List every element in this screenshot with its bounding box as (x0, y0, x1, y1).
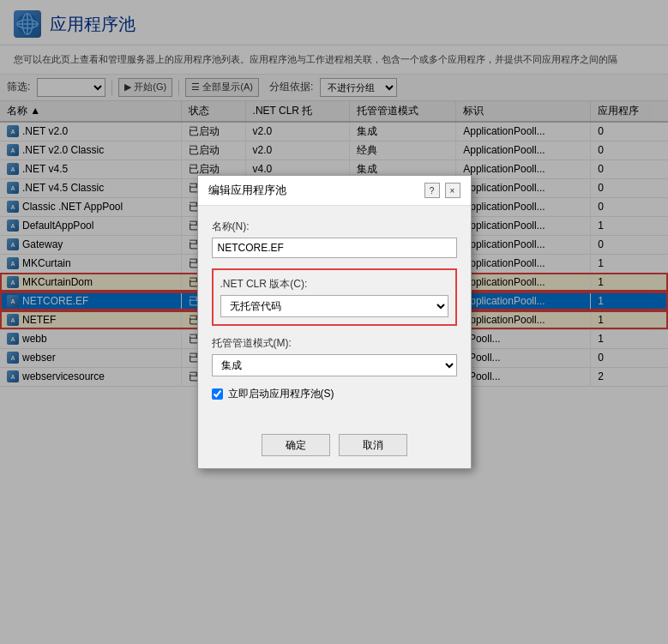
clr-group-highlighted: .NET CLR 版本(C): 无托管代码 v2.0 v4.0 (212, 268, 457, 326)
name-field-group: 名称(N): (212, 220, 457, 258)
name-input[interactable] (212, 238, 457, 258)
pipeline-field-group: 托管管道模式(M): 集成 经典 (212, 336, 457, 376)
dialog-close-button[interactable]: × (445, 183, 460, 198)
ok-button[interactable]: 确定 (262, 434, 330, 456)
pipeline-label: 托管管道模式(M): (212, 336, 457, 351)
pipeline-select[interactable]: 集成 经典 (212, 354, 457, 376)
name-label: 名称(N): (212, 220, 457, 234)
dialog-controls: ? × (424, 183, 460, 198)
dialog-footer: 确定 取消 (198, 427, 471, 468)
dialog-title: 编辑应用程序池 (208, 183, 286, 198)
modal-overlay: 编辑应用程序池 ? × 名称(N): .NET CLR 版本(C): 无托管代码… (0, 0, 668, 644)
edit-dialog: 编辑应用程序池 ? × 名称(N): .NET CLR 版本(C): 无托管代码… (197, 175, 472, 469)
dialog-titlebar: 编辑应用程序池 ? × (198, 176, 471, 206)
dialog-help-button[interactable]: ? (424, 183, 440, 198)
autostart-label: 立即启动应用程序池(S) (228, 387, 334, 401)
clr-label: .NET CLR 版本(C): (220, 277, 448, 292)
autostart-row: 立即启动应用程序池(S) (212, 387, 457, 401)
clr-select[interactable]: 无托管代码 v2.0 v4.0 (220, 295, 448, 317)
cancel-button[interactable]: 取消 (339, 434, 407, 456)
dialog-body: 名称(N): .NET CLR 版本(C): 无托管代码 v2.0 v4.0 托… (198, 206, 471, 427)
autostart-checkbox[interactable] (212, 388, 223, 400)
